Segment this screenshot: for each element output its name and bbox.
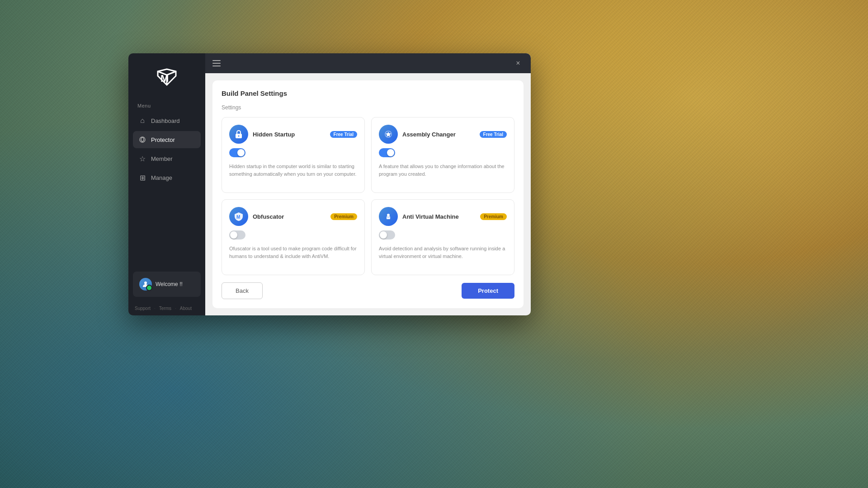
hidden-startup-badge: Free Trial [330, 131, 357, 138]
member-icon: ☆ [138, 155, 146, 163]
hamburger-menu[interactable] [212, 60, 221, 66]
svg-text:M: M [236, 215, 240, 220]
setting-header: M Obfuscator Premium [229, 207, 357, 226]
settings-label: Settings [222, 104, 514, 111]
back-button[interactable]: Back [222, 282, 263, 299]
anti-vm-toggle[interactable] [379, 230, 395, 239]
anti-vm-icon [379, 207, 398, 226]
setting-card-hidden-startup: Hidden Startup Free Trial Hidden startup… [222, 117, 365, 193]
svg-point-6 [387, 214, 390, 216]
sidebar: M Menu ⌂ Dashboard Protector ☆ Membe [128, 53, 205, 315]
toggle-thumb [230, 231, 237, 239]
sidebar-item-member[interactable]: ☆ Member [133, 150, 201, 167]
svg-point-2 [144, 282, 147, 284]
assembly-changer-toggle[interactable] [379, 148, 395, 157]
nav-items-container: ⌂ Dashboard Protector ☆ Member ⊞ Manage [128, 112, 205, 267]
sidebar-item-dashboard[interactable]: ⌂ Dashboard [133, 112, 201, 129]
svg-point-8 [387, 217, 388, 218]
setting-header: Assembly Changer Free Trial [379, 125, 507, 144]
hamburger-line-2 [212, 63, 221, 64]
hidden-startup-desc: Hidden startup in the computer world is … [229, 163, 357, 178]
about-link[interactable]: About [180, 306, 192, 311]
sidebar-item-protector[interactable]: Protector [133, 131, 201, 148]
setting-header: Hidden Startup Free Trial [229, 125, 357, 144]
manage-icon: ⊞ [138, 174, 146, 182]
setting-card-assembly-changer: Assembly Changer Free Trial A feature th… [371, 117, 514, 193]
user-name: Welcome !! [156, 281, 183, 287]
sidebar-item-label-member: Member [151, 155, 173, 162]
assembly-changer-name: Assembly Changer [402, 131, 456, 138]
svg-point-4 [238, 136, 240, 137]
toggle-thumb [380, 231, 387, 239]
setting-title-row: Hidden Startup Free Trial [253, 131, 357, 138]
hamburger-line-1 [212, 60, 221, 61]
setting-header: Anti Virtual Machine Premium [379, 207, 507, 226]
dashboard-icon: ⌂ [138, 117, 146, 125]
panel-area: Build Panel Settings Settings [205, 73, 531, 315]
panel-card: Build Panel Settings Settings [212, 80, 524, 308]
app-logo: M [156, 67, 178, 89]
svg-point-9 [389, 217, 390, 218]
hidden-startup-name: Hidden Startup [253, 131, 295, 138]
settings-grid: Hidden Startup Free Trial Hidden startup… [222, 117, 514, 275]
sidebar-item-label-protector: Protector [151, 136, 175, 143]
panel-footer: Back Protect [222, 282, 514, 299]
hamburger-line-3 [212, 66, 221, 66]
hidden-startup-toggle[interactable] [229, 148, 245, 157]
anti-vm-name: Anti Virtual Machine [402, 213, 459, 220]
toggle-thumb [237, 149, 245, 156]
svg-text:M: M [160, 73, 169, 84]
anti-vm-desc: Avoid detection and analysis by software… [379, 245, 507, 260]
sidebar-item-label-manage: Manage [151, 174, 172, 181]
assembly-changer-desc: A feature that allows you to change info… [379, 163, 507, 178]
toggle-row-obfuscator [229, 230, 357, 239]
assembly-changer-badge: Free Trial [480, 131, 507, 138]
main-content: × Build Panel Settings Settings [205, 53, 531, 315]
anti-vm-badge: Premium [480, 213, 507, 220]
avatar [139, 278, 152, 291]
panel-title: Build Panel Settings [222, 89, 514, 97]
setting-card-anti-vm: Anti Virtual Machine Premium Avoid detec… [371, 199, 514, 275]
topbar: × [205, 53, 531, 73]
setting-title-row: Assembly Changer Free Trial [402, 131, 507, 138]
toggle-row-anti-vm [379, 230, 507, 239]
toggle-thumb [387, 149, 394, 156]
toggle-row-assembly [379, 148, 507, 157]
setting-title-row: Obfuscator Premium [253, 213, 357, 220]
footer-links: Support · Terms · About [128, 301, 205, 315]
close-button[interactable]: × [513, 58, 524, 69]
protect-button[interactable]: Protect [462, 283, 514, 299]
menu-label: Menu [128, 99, 205, 112]
setting-card-obfuscator: M Obfuscator Premium [222, 199, 365, 275]
hidden-startup-icon [229, 125, 248, 144]
sidebar-item-manage[interactable]: ⊞ Manage [133, 169, 201, 186]
obfuscator-desc: Ofuscator is a tool used to make program… [229, 245, 357, 260]
terms-link[interactable]: Terms [159, 306, 171, 311]
obfuscator-toggle[interactable] [229, 230, 245, 239]
assembly-changer-icon [379, 125, 398, 144]
setting-title-row: Anti Virtual Machine Premium [402, 213, 507, 220]
protector-icon [138, 136, 146, 144]
user-area[interactable]: Welcome !! [133, 272, 201, 297]
logo-area: M [128, 53, 205, 99]
toggle-row-hidden-startup [229, 148, 357, 157]
sidebar-item-label-dashboard: Dashboard [151, 117, 180, 124]
obfuscator-badge: Premium [330, 213, 357, 220]
obfuscator-name: Obfuscator [253, 213, 284, 220]
support-link[interactable]: Support [135, 306, 151, 311]
obfuscator-icon: M [229, 207, 248, 226]
